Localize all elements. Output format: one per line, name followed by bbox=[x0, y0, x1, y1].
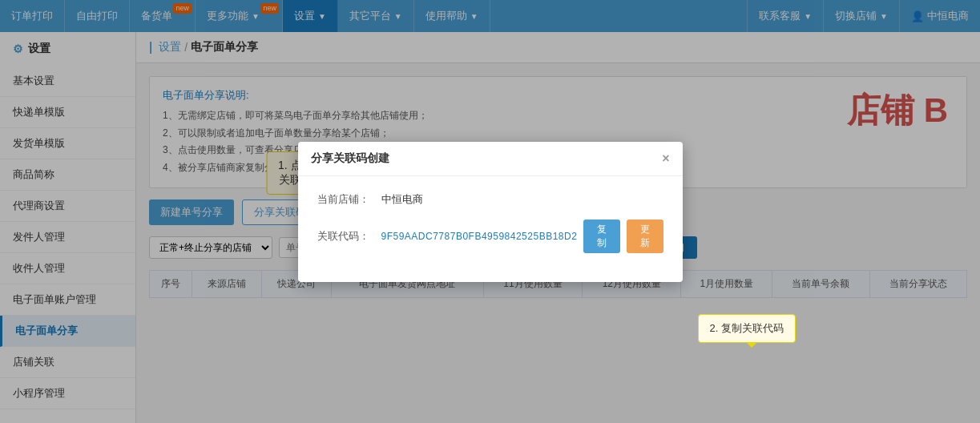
main-layout: ⚙ 设置 基本设置 快递单模版 发货单模版 商品简称 代理商设置 发件人管理 收… bbox=[0, 32, 980, 423]
modal-code-row: 关联代码： 9F59AADC7787B0FB4959842525BB18D2 复… bbox=[317, 220, 663, 253]
modal-store-value: 中恒电商 bbox=[381, 192, 423, 207]
modal-overlay[interactable]: 2. 复制关联代码 分享关联码创建 × 当前店铺： 中恒电商 关联代码： 9F5… bbox=[136, 32, 980, 423]
modal-store-row: 当前店铺： 中恒电商 bbox=[317, 192, 663, 207]
modal-dialog: 分享关联码创建 × 当前店铺： 中恒电商 关联代码： 9F59AADC7787B… bbox=[298, 142, 683, 282]
content-area: | 设置 / 电子面单分享 店铺 B 电子面单分享说明: 1、无需绑定店铺，即可… bbox=[136, 32, 980, 423]
modal-title: 分享关联码创建 bbox=[311, 151, 389, 166]
modal-store-label: 当前店铺： bbox=[317, 192, 381, 207]
copy-code-button[interactable]: 复制 bbox=[583, 220, 620, 253]
modal-close-button[interactable]: × bbox=[662, 151, 669, 166]
modal-code-value: 9F59AADC7787B0FB4959842525BB18D2 bbox=[381, 231, 578, 242]
modal-code-actions: 9F59AADC7787B0FB4959842525BB18D2 复制 更新 bbox=[381, 220, 663, 253]
modal-header: 分享关联码创建 × bbox=[298, 142, 683, 176]
modal-tooltip-2: 2. 复制关联代码 bbox=[698, 314, 796, 343]
modal-code-label: 关联代码： bbox=[317, 229, 381, 244]
modal-body: 当前店铺： 中恒电商 关联代码： 9F59AADC7787B0FB4959842… bbox=[298, 176, 683, 282]
refresh-code-button[interactable]: 更新 bbox=[627, 220, 663, 253]
